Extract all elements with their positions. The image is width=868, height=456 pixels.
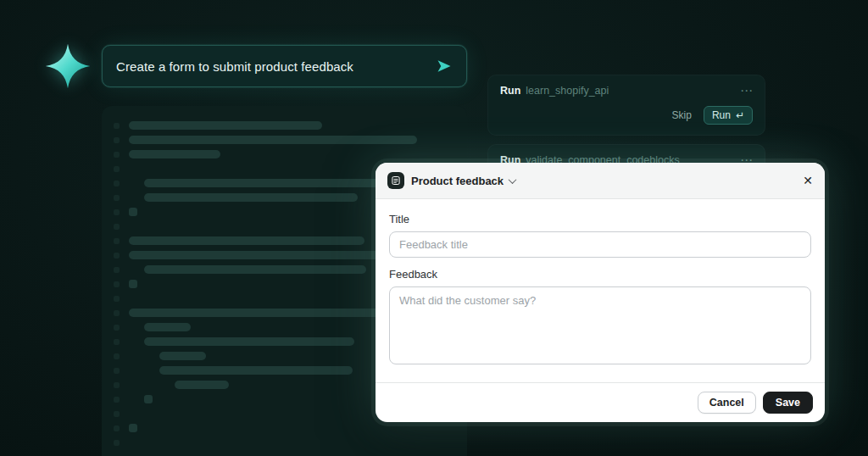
save-button[interactable]: Save — [763, 392, 813, 414]
chevron-down-icon — [509, 175, 517, 184]
skip-button[interactable]: Skip — [672, 109, 692, 121]
skeleton-code-bar — [129, 121, 322, 130]
skeleton-gutter-dot — [114, 425, 120, 431]
skeleton-gutter-dot — [114, 209, 120, 215]
tool-run-card: Run learn_shopify_api ⋯ Skip Run ↵ — [487, 75, 765, 136]
skeleton-gutter-dot — [114, 281, 120, 287]
skeleton-row — [114, 150, 455, 158]
title-field-label: Title — [389, 213, 811, 225]
skeleton-code-dot — [129, 280, 137, 288]
run-button[interactable]: Run ↵ — [704, 106, 753, 125]
skeleton-gutter-dot — [114, 440, 120, 446]
skeleton-code-bar — [129, 309, 383, 317]
skeleton-gutter-dot — [114, 152, 120, 158]
skeleton-code-dot — [129, 208, 137, 216]
skeleton-row — [114, 121, 455, 130]
skeleton-code-dot — [129, 424, 137, 432]
skeleton-code-bar — [129, 236, 364, 245]
form-selector-dropdown[interactable]: Product feedback — [411, 175, 515, 187]
feedback-textarea[interactable] — [389, 286, 811, 364]
skeleton-gutter-dot — [114, 368, 120, 374]
skeleton-gutter-dot — [114, 310, 120, 316]
skeleton-gutter-dot — [114, 195, 120, 201]
run-action-label: Run — [500, 85, 520, 97]
sparkle-logo-icon — [44, 42, 92, 90]
skeleton-code-dot — [144, 395, 153, 403]
skeleton-code-bar — [175, 381, 229, 389]
modal-title: Product feedback — [411, 175, 504, 187]
skeleton-code-bar — [129, 136, 417, 144]
skeleton-code-bar — [144, 193, 358, 202]
send-icon — [436, 58, 453, 75]
return-key-icon: ↵ — [736, 109, 744, 121]
send-button[interactable] — [436, 58, 453, 75]
skeleton-code-bar — [144, 337, 354, 346]
skeleton-code-bar — [159, 352, 206, 360]
skeleton-gutter-dot — [114, 296, 120, 302]
skeleton-code-bar — [144, 323, 191, 331]
skeleton-gutter-dot — [114, 353, 120, 359]
skeleton-code-bar — [144, 265, 366, 274]
skeleton-gutter-dot — [114, 181, 120, 186]
form-icon — [387, 172, 404, 189]
skeleton-gutter-dot — [114, 339, 120, 345]
modal-header: Product feedback ✕ — [376, 163, 825, 199]
skeleton-row — [114, 424, 455, 432]
skeleton-row — [114, 438, 455, 447]
app-background: Create a form to submit product feedback… — [0, 0, 868, 456]
tool-run-actions: Skip Run ↵ — [500, 106, 753, 125]
feedback-field-label: Feedback — [389, 268, 811, 281]
modal-footer: Cancel Save — [376, 382, 825, 422]
prompt-input[interactable]: Create a form to submit product feedback — [102, 45, 467, 87]
close-icon[interactable]: ✕ — [803, 175, 813, 186]
overflow-menu-icon[interactable]: ⋯ — [740, 86, 753, 95]
modal-body: Title Feedback — [376, 199, 825, 382]
skeleton-gutter-dot — [114, 382, 120, 388]
run-button-label: Run — [712, 109, 731, 121]
skeleton-gutter-dot — [114, 411, 120, 417]
skeleton-gutter-dot — [114, 253, 120, 259]
product-feedback-modal: Product feedback ✕ Title Feedback Cancel… — [376, 163, 825, 422]
skeleton-code-bar — [159, 366, 353, 375]
tool-run-header: Run learn_shopify_api ⋯ — [500, 85, 753, 97]
skeleton-gutter-dot — [114, 166, 120, 172]
skeleton-code-bar — [144, 179, 388, 187]
prompt-text: Create a form to submit product feedback — [116, 59, 436, 74]
skeleton-gutter-dot — [114, 238, 120, 244]
cancel-button[interactable]: Cancel — [698, 392, 756, 414]
skeleton-row — [114, 136, 455, 144]
title-input[interactable] — [389, 231, 811, 258]
skeleton-gutter-dot — [114, 267, 120, 273]
skeleton-gutter-dot — [114, 224, 120, 230]
tool-name: learn_shopify_api — [526, 85, 609, 97]
skeleton-gutter-dot — [114, 137, 120, 143]
skeleton-gutter-dot — [114, 123, 120, 129]
skeleton-gutter-dot — [114, 325, 120, 331]
skeleton-code-bar — [129, 251, 415, 259]
skeleton-code-bar — [129, 150, 220, 158]
skeleton-gutter-dot — [114, 397, 120, 403]
